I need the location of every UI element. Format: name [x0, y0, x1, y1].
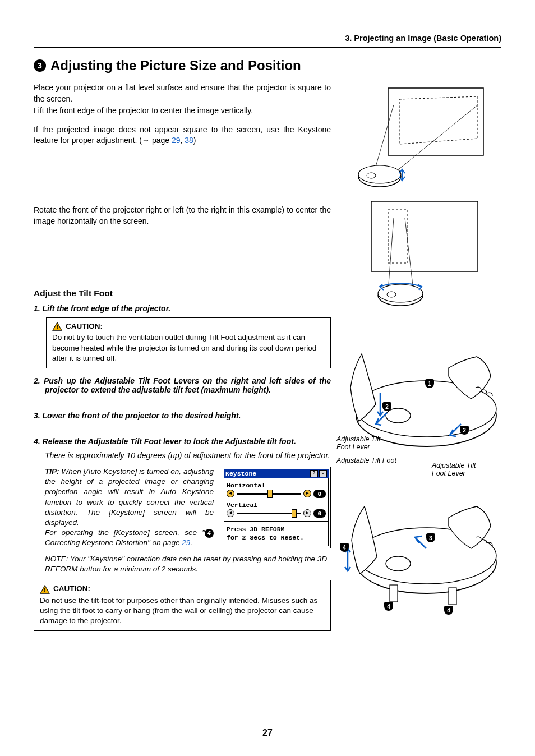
- svg-rect-2: [44, 588, 45, 590]
- tilt-step-1: 1. Lift the front edge of the projector.: [34, 304, 331, 313]
- projector-tilt-illustration: [342, 82, 501, 189]
- intro-p3: If the projected image does not appear s…: [34, 125, 331, 146]
- foot-label: Adjustable Tilt Foot: [336, 457, 396, 464]
- svg-line-6: [396, 105, 478, 171]
- tilt-step-4-body: There is approximately 10 degrees (up) o…: [34, 450, 331, 461]
- ks-horizontal-slider[interactable]: ◄ ► 0: [227, 490, 326, 498]
- arrow-left-icon[interactable]: ◄: [227, 509, 234, 517]
- caution-box-2: CAUTION: Do not use the tilt-foot for pu…: [34, 580, 331, 631]
- svg-line-11: [388, 218, 394, 291]
- svg-rect-0: [57, 325, 58, 328]
- arrow-left-icon[interactable]: ◄: [227, 490, 234, 497]
- tilt-step-3: 3. Lower the front of the projector to t…: [34, 411, 331, 420]
- intro-p4: Rotate the front of the projector right …: [34, 205, 331, 227]
- ks-reset-line2: for 2 Secs to Reset.: [227, 534, 304, 541]
- arrow-right-icon[interactable]: ►: [303, 490, 311, 497]
- callout-4c-icon: 4: [444, 606, 453, 615]
- page-number: 27: [0, 728, 535, 738]
- tilt-foot-lever-illustration: 1 2 2 Adjustable Tilt Foot Lever Adjusta…: [342, 337, 501, 488]
- callout-4a-icon: 4: [340, 543, 349, 552]
- projector-rotate-illustration: [342, 196, 501, 308]
- callout-3-icon: 3: [426, 533, 435, 542]
- ks-vertical-slider[interactable]: ◄ ► 0: [227, 509, 326, 518]
- tilt-step-4: 4. Release the Adjustable Tilt Foot leve…: [34, 437, 331, 446]
- svg-point-9: [367, 173, 376, 178]
- svg-line-5: [374, 105, 394, 172]
- section-title-text: Adjusting the Picture Size and Position: [50, 58, 301, 73]
- callout-4b-icon: 4: [384, 602, 393, 611]
- callout-2b-icon: 2: [460, 426, 469, 435]
- lever-label-1: Adjustable Tilt Foot Lever: [336, 435, 393, 451]
- svg-point-18: [386, 408, 411, 423]
- caution-2-head: CAUTION:: [53, 584, 90, 594]
- caution-2-body: Do not use the tilt-foot for purposes ot…: [40, 596, 317, 625]
- svg-rect-1: [57, 328, 58, 329]
- ks-vertical-label: Vertical: [227, 501, 326, 509]
- tip-text: TIP: When [Auto Keystone] is turned on, …: [45, 467, 214, 527]
- tip-text-b: For operating the [Keystone] screen, see…: [45, 528, 214, 547]
- arrow-right-icon[interactable]: ►: [303, 509, 311, 517]
- section-number-icon: 3: [34, 59, 46, 72]
- lever-label-2: Adjustable Tilt Foot Lever: [432, 462, 488, 477]
- intro-p2: Lift the front edge of the projector to …: [34, 105, 331, 117]
- ks-horizontal-value: 0: [313, 490, 326, 498]
- page-link-38[interactable]: 38: [185, 136, 193, 145]
- warning-icon: [40, 585, 50, 594]
- ks-vertical-value: 0: [313, 509, 326, 518]
- ref-number-4-icon: 4: [205, 529, 214, 538]
- tilt-step-2: 2. Push up the Adjustable Tilt Foot Leve…: [34, 376, 331, 394]
- caution-1-head: CAUTION:: [66, 321, 103, 331]
- keystone-dialog: Keystone ? ✕ Horizontal ◄ ►: [222, 467, 331, 548]
- callout-1-icon: 1: [425, 379, 434, 388]
- tilt-foot-lock-illustration: 4 3 4 4: [342, 495, 501, 624]
- svg-point-15: [387, 292, 396, 297]
- svg-rect-23: [449, 588, 456, 605]
- svg-point-14: [378, 284, 423, 302]
- section-title: 3 Adjusting the Picture Size and Positio…: [34, 58, 501, 73]
- intro-p1: Place your projector on a flat level sur…: [34, 82, 331, 104]
- ks-reset-line1: Press 3D REFORM: [227, 525, 285, 533]
- keystone-note: NOTE: Your "Keystone" correction data ca…: [34, 554, 331, 574]
- caution-1-body: Do not try to touch the ventilation outl…: [52, 333, 316, 362]
- svg-point-8: [358, 165, 401, 183]
- keystone-title: Keystone: [225, 470, 256, 477]
- page-link-29a[interactable]: 29: [172, 136, 181, 145]
- caution-box-1: CAUTION: Do not try to touch the ventila…: [46, 317, 331, 368]
- svg-point-21: [386, 556, 411, 571]
- svg-rect-22: [390, 585, 398, 602]
- ks-horizontal-label: Horizontal: [227, 482, 326, 489]
- header-breadcrumb: 3. Projecting an Image (Basic Operation): [34, 34, 501, 43]
- svg-rect-3: [44, 591, 45, 592]
- warning-icon: [52, 322, 62, 331]
- tilt-heading: Adjust the Tilt Foot: [34, 288, 331, 298]
- callout-2-icon: 2: [382, 402, 391, 411]
- svg-rect-10: [371, 201, 478, 271]
- help-icon[interactable]: ?: [310, 470, 318, 477]
- close-icon[interactable]: ✕: [319, 470, 327, 477]
- page-link-29b[interactable]: 29: [182, 538, 190, 547]
- svg-line-12: [405, 218, 413, 290]
